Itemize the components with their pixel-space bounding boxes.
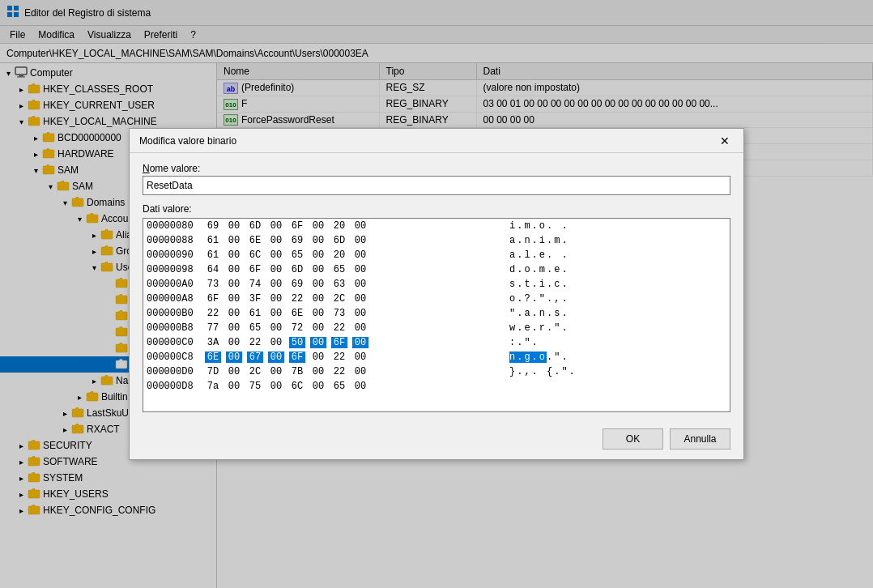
hex-byte[interactable]: 50 [289,337,305,348]
hex-row[interactable]: 000000B0220061006E007300".a.n.s. [143,306,730,321]
hex-row[interactable]: 000000A86F003F0022002C00o.?.".,. [143,292,730,306]
hex-row[interactable]: 0000008069006D006F002000i.m.o. . [143,219,730,233]
hex-byte[interactable]: 00 [310,279,326,290]
hex-byte[interactable]: 00 [352,381,368,392]
annulla-button[interactable]: Annulla [670,428,730,450]
hex-byte[interactable]: 00 [310,366,326,377]
hex-byte[interactable]: 00 [268,220,284,232]
hex-byte[interactable]: 00 [226,220,242,232]
hex-byte[interactable]: 77 [205,322,221,334]
hex-byte[interactable]: 6F [205,293,221,305]
hex-byte[interactable]: 00 [226,381,242,392]
hex-bytes-group[interactable]: 220061006E007300 [205,308,496,319]
hex-byte[interactable]: 00 [268,381,284,392]
hex-byte[interactable]: 69 [205,220,221,232]
hex-byte[interactable]: 00 [268,366,284,377]
hex-row[interactable]: 000000B87700650072002200w.e.r.". [143,321,730,335]
hex-byte[interactable]: 61 [205,249,221,261]
hex-byte[interactable]: 3F [247,293,263,305]
hex-byte[interactable]: 00 [226,264,242,275]
hex-byte[interactable]: 20 [331,220,347,232]
dialog-overlay[interactable]: Modifica valore binario ✕ Nome valore: D… [0,0,873,588]
hex-byte[interactable]: 61 [247,308,263,319]
hex-byte[interactable]: 00 [352,264,368,275]
hex-row[interactable]: 000000C86E0067006F002200n.g.o.". [143,350,730,364]
hex-row[interactable]: 0000009061006C0065002000a.l.e. . [143,248,730,262]
hex-byte[interactable]: 6F [247,264,263,275]
hex-byte[interactable]: 00 [352,279,368,290]
hex-byte[interactable]: 65 [331,264,347,275]
hex-bytes-group[interactable]: 7300740069006300 [205,279,496,290]
hex-byte[interactable]: 6F [331,337,347,348]
hex-byte[interactable]: 00 [226,293,242,305]
hex-byte[interactable]: 65 [247,322,263,334]
ok-button[interactable]: OK [603,428,663,450]
hex-row[interactable]: 000000D87a0075006C006500 [143,379,730,394]
hex-byte[interactable]: 6F [289,220,305,232]
hex-row[interactable]: 000000C03A00220050006F00:.". [143,335,730,350]
hex-rows-container[interactable]: 0000008069006D006F002000i.m.o. .00000088… [143,219,730,411]
hex-byte[interactable]: 00 [226,235,242,246]
hex-byte[interactable]: 65 [331,381,347,392]
hex-byte[interactable]: 22 [331,322,347,334]
hex-byte[interactable]: 73 [331,308,347,319]
hex-bytes-group[interactable]: 6F003F0022002C00 [205,293,496,305]
hex-byte[interactable]: 7a [205,381,221,392]
hex-byte[interactable]: 00 [310,249,326,261]
hex-byte[interactable]: 67 [247,352,263,363]
hex-byte[interactable]: 00 [352,337,368,348]
hex-byte[interactable]: 00 [310,308,326,319]
hex-byte[interactable]: 69 [289,279,305,290]
hex-byte[interactable]: 00 [268,293,284,305]
hex-byte[interactable]: 00 [310,220,326,232]
hex-byte[interactable]: 7B [289,366,305,377]
hex-byte[interactable]: 00 [310,264,326,275]
hex-editor[interactable]: 0000008069006D006F002000i.m.o. .00000088… [143,218,730,412]
hex-byte[interactable]: 00 [310,352,326,363]
hex-byte[interactable]: 64 [205,264,221,275]
hex-byte[interactable]: 22 [289,293,305,305]
hex-byte[interactable]: 00 [226,337,242,348]
hex-byte[interactable]: 7D [205,366,221,377]
hex-byte[interactable]: 22 [331,366,347,377]
hex-byte[interactable]: 6F [289,352,305,363]
hex-byte[interactable]: 22 [331,352,347,363]
hex-byte[interactable]: 74 [247,279,263,290]
hex-byte[interactable]: 6E [247,235,263,246]
hex-byte[interactable]: 00 [310,322,326,334]
hex-byte[interactable]: 6D [247,220,263,232]
hex-byte[interactable]: 00 [352,249,368,261]
hex-byte[interactable]: 00 [352,322,368,334]
hex-byte[interactable]: 00 [268,322,284,334]
hex-byte[interactable]: 2C [247,366,263,377]
hex-byte[interactable]: 00 [268,279,284,290]
hex-bytes-group[interactable]: 61006E0069006D00 [205,235,496,246]
hex-row[interactable]: 000000D07D002C007B002200}.,. {.". [143,364,730,379]
hex-byte[interactable]: 00 [226,279,242,290]
hex-byte[interactable]: 00 [268,264,284,275]
hex-byte[interactable]: 3A [205,337,221,348]
hex-byte[interactable]: 00 [226,352,242,363]
hex-byte[interactable]: 72 [289,322,305,334]
hex-byte[interactable]: 00 [268,235,284,246]
hex-byte[interactable]: 00 [310,235,326,246]
dialog-close-button[interactable]: ✕ [716,132,734,150]
hex-byte[interactable]: 00 [268,249,284,261]
hex-byte[interactable]: 00 [268,308,284,319]
value-name-input[interactable] [143,176,730,195]
hex-byte[interactable]: 00 [352,366,368,377]
hex-bytes-group[interactable]: 7a0075006C006500 [205,381,496,392]
hex-byte[interactable]: 22 [247,337,263,348]
hex-byte[interactable]: 61 [205,235,221,246]
hex-byte[interactable]: 00 [352,293,368,305]
hex-byte[interactable]: 69 [289,235,305,246]
hex-byte[interactable]: 00 [268,337,284,348]
hex-content[interactable]: 0000008069006D006F002000i.m.o. .00000088… [143,219,730,411]
hex-byte[interactable]: 20 [331,249,347,261]
hex-byte[interactable]: 65 [289,249,305,261]
hex-byte[interactable]: 6E [289,308,305,319]
hex-byte[interactable]: 00 [352,308,368,319]
hex-byte[interactable]: 22 [205,308,221,319]
hex-bytes-group[interactable]: 69006D006F002000 [205,220,496,232]
hex-row[interactable]: 0000008861006E0069006D00a.n.i.m. [143,233,730,248]
